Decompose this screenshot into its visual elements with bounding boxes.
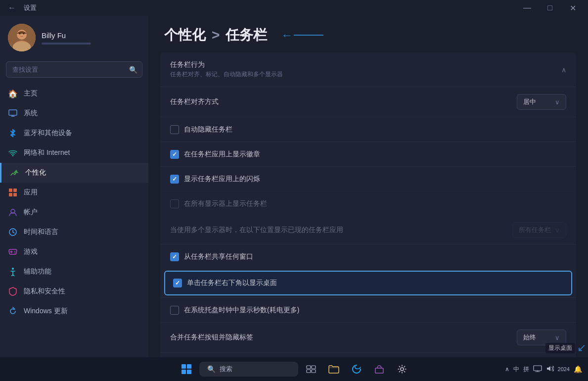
sidebar-item-windows-update[interactable]: Windows 更新 <box>0 301 148 321</box>
section-chevron-icon: ∧ <box>561 66 566 74</box>
sidebar-item-apps[interactable]: 应用 <box>0 183 148 202</box>
breadcrumb-arrow-annotation: ← <box>281 28 324 42</box>
sidebar-item-home[interactable]: 🏠 主页 <box>0 84 148 103</box>
sidebar-item-network[interactable]: 网络和 Internet <box>0 143 148 163</box>
auto-hide-checkbox[interactable] <box>170 125 179 134</box>
share-window-checkbox[interactable] <box>170 252 179 261</box>
setting-row-click-show-desktop: 单击任务栏右下角以显示桌面 <box>164 271 572 295</box>
sidebar-item-time[interactable]: 时间和语言 <box>0 222 148 242</box>
close-button[interactable]: ✕ <box>561 0 584 16</box>
breadcrumb-current: 任务栏 <box>226 26 267 45</box>
gaming-icon <box>8 247 18 257</box>
user-section[interactable]: Billy Fu <box>0 16 148 57</box>
sidebar-item-bluetooth[interactable]: 蓝牙和其他设备 <box>0 123 148 143</box>
svg-rect-28 <box>312 370 316 373</box>
setting-label-show-badges[interactable]: 在任务栏应用上显示徽章 <box>170 150 260 159</box>
input-method-zh[interactable]: 中 <box>513 365 519 374</box>
sidebar-item-privacy[interactable]: 隐私和安全性 <box>0 282 148 301</box>
svg-point-20 <box>12 268 14 270</box>
svg-rect-25 <box>307 366 311 369</box>
taskbar-search-icon: 🔍 <box>207 365 216 373</box>
input-method-pin[interactable]: 拼 <box>523 365 529 374</box>
svg-rect-26 <box>312 366 316 369</box>
svg-rect-10 <box>9 189 12 192</box>
store-button[interactable] <box>369 359 389 379</box>
time-display[interactable]: 2024 <box>558 365 570 374</box>
sidebar-item-accounts-label: 帐户 <box>24 208 38 217</box>
minimize-button[interactable]: — <box>516 0 539 16</box>
section-title: 任务栏行为 <box>170 60 283 69</box>
monitor-icon[interactable] <box>533 365 542 374</box>
show-flash-checkbox[interactable] <box>170 175 179 184</box>
personalization-icon <box>9 168 19 178</box>
taskbar-search-text: 搜索 <box>220 365 232 374</box>
network-icon <box>8 148 18 158</box>
title-bar: ← 设置 — □ ✕ <box>0 0 588 16</box>
show-desktop-arrow-icon: ↙ <box>577 341 586 354</box>
sidebar-item-privacy-label: 隐私和安全性 <box>24 287 65 296</box>
search-input[interactable] <box>6 61 142 78</box>
taskbar-chevron-up-icon[interactable]: ∧ <box>505 366 509 373</box>
svg-rect-29 <box>375 368 383 373</box>
search-box[interactable]: 🔍 <box>6 61 142 78</box>
settings-taskbar-button[interactable] <box>392 359 412 379</box>
setting-row-show-flash: 显示任务栏应用上的闪烁 <box>160 166 576 191</box>
svg-rect-23 <box>181 370 186 374</box>
main-layout: Billy Fu 🔍 🏠 主页 <box>0 16 588 357</box>
sidebar-item-accessibility[interactable]: 辅助功能 <box>0 262 148 282</box>
setting-label-share-window[interactable]: 从任务栏共享任何窗口 <box>170 252 253 261</box>
setting-row-share-window: 从任务栏共享任何窗口 <box>160 244 576 269</box>
svg-rect-12 <box>9 193 12 196</box>
setting-label-multi-monitor: 当使用多个显示器时，在以下位置显示已现的任务栏应用 <box>170 226 343 235</box>
sidebar-item-personalization[interactable]: 个性化 ←———— <box>0 163 148 183</box>
sidebar-item-accessibility-label: 辅助功能 <box>24 267 51 276</box>
sidebar-item-system[interactable]: 系统 <box>0 103 148 123</box>
notification-bell-icon[interactable]: 🔔 <box>574 365 582 373</box>
breadcrumb: 个性化 > 任务栏 ← <box>148 16 588 52</box>
taskbar-center: 🔍 搜索 <box>177 359 412 379</box>
section-header[interactable]: 任务栏行为 任务栏对齐、标记、自动隐藏和多个显示器 ∧ <box>160 52 576 87</box>
show-seconds-checkbox[interactable] <box>170 306 179 315</box>
svg-rect-24 <box>187 370 191 374</box>
breadcrumb-parent: 个性化 <box>164 26 206 45</box>
section-subtitle: 任务栏对齐、标记、自动隐藏和多个显示器 <box>170 70 283 79</box>
setting-row-show-seconds: 在系统托盘时钟中显示秒数(耗电更多) <box>160 297 576 322</box>
sidebar-item-gaming[interactable]: 游戏 <box>0 242 148 262</box>
sidebar-item-gaming-label: 游戏 <box>24 247 38 256</box>
setting-label-auto-hide[interactable]: 自动隐藏任务栏 <box>170 125 232 134</box>
title-bar-left: ← 设置 <box>4 0 37 16</box>
taskbar-search[interactable]: 🔍 搜索 <box>199 362 298 377</box>
svg-rect-31 <box>534 366 542 371</box>
setting-label-show-flash[interactable]: 显示任务栏应用上的闪烁 <box>170 175 260 184</box>
volume-icon[interactable] <box>546 365 554 374</box>
sidebar-item-home-label: 主页 <box>24 89 38 98</box>
apps-icon <box>8 188 18 197</box>
combine-hide-labels-value: 始终 <box>523 333 536 342</box>
sidebar-item-network-label: 网络和 Internet <box>24 148 70 157</box>
task-view-button[interactable] <box>301 359 321 379</box>
show-desktop-label: 显示桌面 <box>545 343 575 353</box>
start-button[interactable] <box>177 359 196 379</box>
svg-point-3 <box>19 33 21 35</box>
sidebar-item-bluetooth-label: 蓝牙和其他设备 <box>24 129 72 138</box>
dropdown-chevron-2-icon: ∨ <box>555 227 560 234</box>
dropdown-chevron-3-icon: ∨ <box>555 334 560 341</box>
setting-label-show-seconds[interactable]: 在系统托盘时钟中显示秒数(耗电更多) <box>170 306 299 315</box>
svg-rect-13 <box>13 193 17 196</box>
show-badges-checkbox[interactable] <box>170 150 179 159</box>
click-show-desktop-checkbox[interactable] <box>173 279 182 287</box>
sidebar-item-accounts[interactable]: 帐户 <box>0 202 148 222</box>
accounts-icon <box>8 207 18 217</box>
show-desktop-annotation: 显示桌面 ↙ <box>545 341 586 354</box>
back-button[interactable]: ← <box>4 0 20 16</box>
svg-point-19 <box>14 252 15 253</box>
sidebar-item-windows-update-label: Windows 更新 <box>24 307 68 316</box>
setting-label-click-show-desktop[interactable]: 单击任务栏右下角以显示桌面 <box>173 279 277 287</box>
edge-button[interactable] <box>347 359 366 379</box>
setting-row-multi-monitor: 当使用多个显示器时，在以下位置显示已现的任务栏应用 所有任务栏 ∨ <box>160 216 576 244</box>
taskbar-alignment-dropdown[interactable]: 居中 ∨ <box>517 94 566 110</box>
setting-row-combine-other: 合并任务栏按钮并隐藏其他任务栏上的标签 始终 ∨ <box>160 352 576 357</box>
svg-rect-11 <box>13 189 17 192</box>
file-explorer-button[interactable] <box>324 359 344 379</box>
maximize-button[interactable]: □ <box>539 0 561 16</box>
